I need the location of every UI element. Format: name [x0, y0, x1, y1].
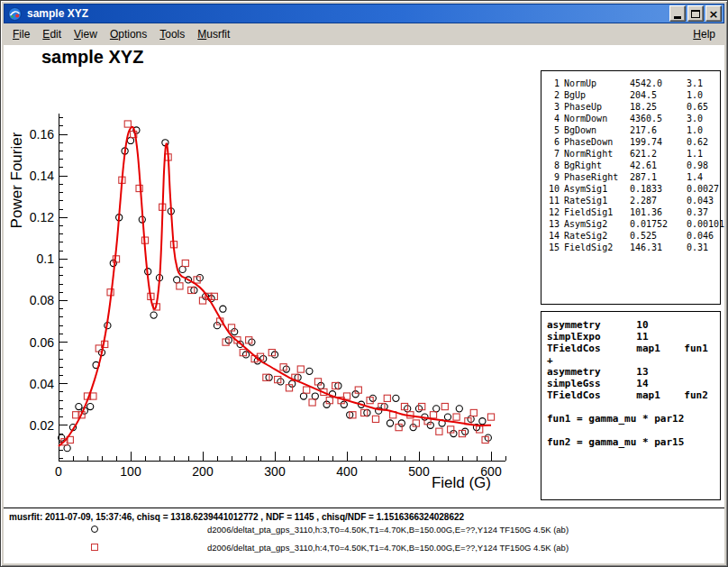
param-error: 3.1 — [687, 78, 717, 89]
legend-marker-circle — [91, 526, 98, 533]
menu-item-edit[interactable]: Edit — [36, 25, 68, 43]
maximize-icon — [691, 10, 700, 18]
theory-line: simpleGss 14 — [547, 378, 720, 389]
param-no: 7 — [545, 148, 560, 160]
param-error: 0.62 — [687, 136, 717, 148]
param-error: 1.0 — [687, 124, 717, 136]
maximize-button[interactable] — [687, 5, 704, 22]
menu-item-tools[interactable]: Tools — [153, 25, 191, 43]
root-logo-icon — [8, 7, 22, 21]
data-point-square — [487, 414, 494, 420]
data-point-circle — [174, 277, 180, 283]
data-point-circle — [393, 395, 399, 401]
param-value: 18.25 — [630, 101, 682, 113]
data-point-square — [384, 395, 390, 401]
param-no: 4 — [545, 113, 560, 124]
x-tick-label: 200 — [192, 464, 214, 479]
param-error: 1.1 — [687, 148, 717, 160]
theory-line: fun1 = gamma_mu * par12 — [547, 413, 720, 425]
x-tick-label: 100 — [120, 464, 141, 479]
minimize-button[interactable] — [669, 5, 686, 22]
y-tick-label: 0.02 — [30, 418, 54, 433]
param-name: BgRight — [564, 160, 625, 171]
legend-entry: d2006/deltat_pta_gps_3110,h:3,T0=4.50K,T… — [4, 521, 724, 539]
param-no: 10 — [545, 183, 560, 195]
menu-item-help[interactable]: Help — [687, 25, 722, 43]
parameter-row: 6PhaseDown199.740.62 — [545, 136, 717, 148]
data-point-square — [430, 412, 436, 418]
param-name: RateSig2 — [564, 230, 625, 242]
plot-legend: d2006/deltat_pta_gps_3110,h:3,T0=4.50K,T… — [4, 521, 724, 557]
param-no: 3 — [545, 101, 560, 113]
x-tick-label: 300 — [264, 464, 286, 479]
param-name: BgUp — [564, 89, 625, 101]
data-point-square — [470, 409, 477, 416]
data-point-circle — [76, 403, 82, 409]
titlebar[interactable]: sample XYZ × — [4, 4, 724, 23]
param-value: 0.1833 — [630, 183, 682, 195]
param-name: AsymSig1 — [564, 183, 625, 195]
parameter-row: 12FieldSig1101.360.37 — [545, 206, 717, 218]
theory-line: asymmetry 10 — [547, 319, 720, 331]
data-point-square — [124, 121, 131, 127]
data-point-square — [441, 403, 448, 409]
theory-line — [547, 425, 720, 436]
parameters-box: 1NormUp4542.03.12BgUp204.51.03PhaseUp18.… — [541, 70, 721, 305]
app-icon[interactable] — [7, 6, 22, 21]
app-window: sample XYZ × FileEditViewOptionsToolsMus… — [0, 0, 728, 567]
param-value: 4360.5 — [630, 113, 682, 124]
param-name: NormRight — [564, 148, 625, 160]
data-point-circle — [64, 445, 70, 452]
data-point-circle — [306, 368, 313, 374]
parameter-row: 4NormDown4360.53.0 — [545, 113, 717, 124]
param-value: 217.6 — [630, 124, 682, 136]
theory-line: + — [547, 354, 720, 366]
param-no: 9 — [545, 171, 560, 183]
data-point-circle — [312, 393, 318, 399]
param-error: 3.0 — [687, 113, 717, 124]
param-name: AsymSig2 — [564, 218, 625, 230]
param-no: 14 — [545, 230, 560, 242]
x-axis-title: Field (G) — [432, 474, 491, 491]
param-error: 1.0 — [687, 89, 717, 101]
param-no: 15 — [545, 242, 560, 253]
data-point-circle — [127, 137, 133, 143]
data-point-circle — [433, 406, 440, 412]
theory-line: asymmetry 13 — [547, 366, 720, 378]
data-point-square — [372, 416, 378, 422]
menu-item-musrfit[interactable]: Musrfit — [191, 25, 236, 43]
param-no: 2 — [545, 89, 560, 101]
parameter-row: 14RateSig20.5250.046 — [545, 230, 717, 242]
minimize-icon — [674, 16, 681, 19]
param-name: FieldSig2 — [564, 242, 625, 253]
series-square-markers — [61, 121, 495, 445]
param-name: NormDown — [564, 113, 625, 124]
y-tick-label: 0.1 — [37, 251, 55, 266]
legend-label: d2006/deltat_pta_gps_3110,h:4,T0=4.50K,T… — [207, 543, 569, 553]
param-error: 0.0027 — [687, 183, 719, 195]
y-tick-label: 0.04 — [30, 377, 54, 391]
y-tick-label: 0.06 — [30, 335, 54, 350]
param-name: PhaseDown — [564, 136, 625, 148]
window-title: sample XYZ — [27, 7, 668, 20]
root-canvas: sample XYZ 0.020.040.060.080.10.120.140.… — [4, 45, 724, 563]
data-point-square — [453, 414, 460, 420]
close-button[interactable]: × — [705, 5, 722, 22]
param-value: 2.287 — [630, 195, 682, 206]
theory-line: TFieldCos map1 fun2 — [547, 389, 720, 401]
param-value: 0.01752 — [630, 218, 682, 230]
x-tick-label: 500 — [408, 464, 430, 479]
y-tick-label: 0.14 — [30, 169, 54, 183]
param-name: NormUp — [564, 78, 625, 89]
param-error: 0.31 — [687, 242, 717, 253]
theory-block: asymmetry 10simplExpo 11TFieldCos map1 f… — [547, 319, 720, 448]
menu-item-file[interactable]: File — [6, 25, 36, 43]
menu-item-options[interactable]: Options — [104, 25, 153, 43]
menu-item-view[interactable]: View — [68, 25, 104, 43]
parameters-table: 1NormUp4542.03.12BgUp204.51.03PhaseUp18.… — [545, 78, 717, 253]
data-point-circle — [150, 312, 157, 318]
param-value: 0.525 — [630, 230, 682, 242]
theory-line: fun2 = gamma_mu * par15 — [547, 436, 720, 448]
close-icon: × — [709, 8, 719, 20]
param-value: 4542.0 — [630, 78, 682, 89]
